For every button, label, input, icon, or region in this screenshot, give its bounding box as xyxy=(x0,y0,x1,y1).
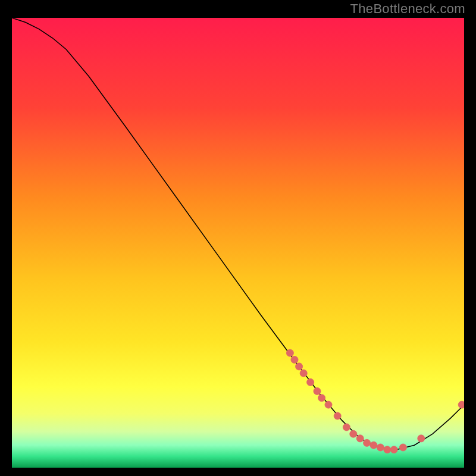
data-point xyxy=(418,435,425,442)
data-point xyxy=(377,444,384,451)
data-point xyxy=(458,401,464,408)
data-point xyxy=(286,349,293,356)
data-point xyxy=(334,412,341,419)
data-point xyxy=(291,356,298,364)
plot-area xyxy=(11,17,465,469)
gradient-background xyxy=(12,18,464,468)
data-point xyxy=(350,430,357,437)
plot-svg xyxy=(12,18,464,468)
data-point xyxy=(343,424,350,431)
data-point xyxy=(300,369,307,377)
data-point xyxy=(325,401,332,408)
data-point xyxy=(390,446,397,453)
data-point xyxy=(370,441,377,449)
data-point xyxy=(318,394,325,402)
data-point xyxy=(314,387,321,394)
data-point xyxy=(399,444,406,451)
data-point xyxy=(384,446,391,453)
data-point xyxy=(356,435,364,442)
chart-root: TheBottleneck.com xyxy=(0,0,476,476)
data-point xyxy=(296,363,303,370)
watermark-title: TheBottleneck.com xyxy=(350,1,465,17)
data-point xyxy=(364,439,371,446)
data-point xyxy=(307,378,314,386)
